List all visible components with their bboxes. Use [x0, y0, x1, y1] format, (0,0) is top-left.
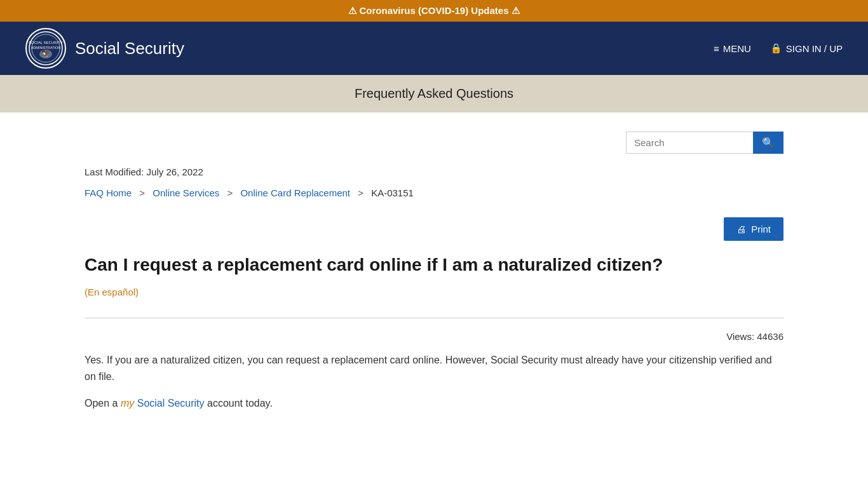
svg-text:SOCIAL SECURITY: SOCIAL SECURITY: [29, 41, 63, 44]
print-row: 🖨 Print: [85, 217, 783, 241]
views-label: Views:: [726, 331, 754, 342]
page-subtitle: Frequently Asked Questions: [355, 86, 513, 100]
search-input[interactable]: [626, 132, 753, 154]
menu-label: MENU: [723, 43, 751, 54]
body-p2-suffix: account today.: [205, 398, 273, 409]
breadcrumb: FAQ Home > Online Services > Online Card…: [85, 187, 783, 198]
spanish-link[interactable]: (En español): [85, 287, 139, 297]
ssa-logo: SOCIAL SECURITY ADMINISTRATION 🦅: [25, 28, 66, 69]
article-title: Can I request a replacement card online …: [85, 254, 783, 276]
printer-icon: 🖨: [736, 224, 746, 234]
breadcrumb-faq-home[interactable]: FAQ Home: [85, 187, 132, 198]
page-subtitle-bar: Frequently Asked Questions: [0, 75, 868, 112]
breadcrumb-online-services[interactable]: Online Services: [153, 187, 219, 198]
signin-label: SIGN IN / UP: [786, 43, 843, 54]
breadcrumb-sep-2: >: [227, 187, 233, 198]
signin-button[interactable]: 🔒 SIGN IN / UP: [770, 43, 843, 54]
my-social-security-link[interactable]: Social Security: [137, 398, 205, 409]
article-paragraph-2: Open a my Social Security account today.: [85, 395, 783, 412]
breadcrumb-sep-1: >: [139, 187, 145, 198]
svg-text:🦅: 🦅: [41, 48, 51, 58]
main-content: 🔍 Last Modified: July 26, 2022 FAQ Home …: [59, 112, 809, 459]
site-title: Social Security: [75, 39, 184, 58]
body-p2-prefix: Open a: [85, 398, 121, 409]
alert-bar: ⚠ Coronavirus (COVID-19) Updates ⚠: [0, 0, 868, 22]
menu-button[interactable]: ≡ MENU: [714, 43, 751, 54]
breadcrumb-sep-3: >: [358, 187, 363, 198]
search-form: 🔍: [626, 132, 783, 154]
alert-icon-left: ⚠: [348, 5, 356, 16]
article-body: Yes. If you are a naturalized citizen, y…: [85, 352, 783, 411]
article-paragraph-1: Yes. If you are a naturalized citizen, y…: [85, 352, 783, 384]
breadcrumb-article-id: KA-03151: [371, 187, 414, 198]
last-modified: Last Modified: July 26, 2022: [85, 166, 783, 177]
header-nav: ≡ MENU 🔒 SIGN IN / UP: [714, 43, 843, 54]
search-icon: 🔍: [762, 137, 775, 148]
views-count: 44636: [757, 331, 783, 342]
article-divider: [85, 318, 783, 318]
alert-message: Coronavirus (COVID-19) Updates: [359, 5, 508, 16]
alert-icon-right-sym: ⚠: [512, 5, 520, 16]
breadcrumb-online-card-replacement[interactable]: Online Card Replacement: [240, 187, 350, 198]
print-label: Print: [751, 224, 771, 234]
my-italic: my: [121, 398, 134, 409]
views-row: Views: 44636: [85, 331, 783, 342]
lock-icon: 🔒: [770, 43, 782, 54]
site-header: SOCIAL SECURITY ADMINISTRATION 🦅 Social …: [0, 22, 868, 75]
search-button[interactable]: 🔍: [753, 132, 783, 154]
menu-icon: ≡: [714, 43, 719, 54]
header-logo: SOCIAL SECURITY ADMINISTRATION 🦅 Social …: [25, 28, 184, 69]
search-row: 🔍: [85, 132, 783, 154]
print-button[interactable]: 🖨 Print: [724, 217, 783, 241]
